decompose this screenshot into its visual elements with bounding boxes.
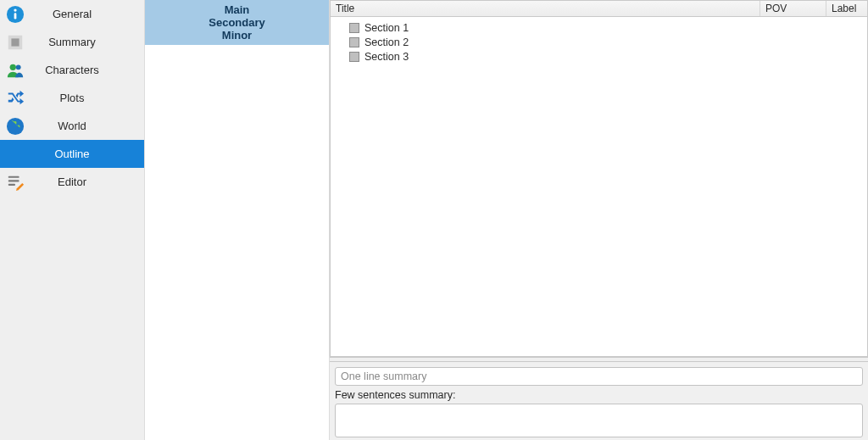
svg-point-7 — [7, 117, 24, 134]
tree-row-title: Section 1 — [364, 22, 409, 34]
document-icon — [349, 37, 359, 47]
main-area: Title POV Label Section 1 Section 2 Sect… — [330, 0, 868, 440]
category-secondary[interactable]: Secondary — [145, 16, 329, 29]
svg-point-5 — [10, 64, 16, 70]
sidebar-item-world[interactable]: World — [0, 112, 144, 140]
sidebar-item-label: Outline — [31, 148, 144, 160]
column-title[interactable]: Title — [331, 1, 760, 16]
globe-icon — [0, 117, 31, 136]
sidebar-item-label: Editor — [31, 175, 144, 188]
sidebar-item-editor[interactable]: Editor — [0, 168, 144, 196]
svg-rect-10 — [8, 183, 15, 185]
tree-row[interactable]: Section 2 — [331, 35, 867, 49]
category-group[interactable]: Main Secondary Minor — [145, 0, 329, 45]
document-icon — [349, 52, 359, 62]
few-sentences-label: Few sentences summary: — [335, 389, 863, 401]
sidebar-item-characters[interactable]: Characters — [0, 56, 144, 84]
summary-panel: Few sentences summary: — [330, 362, 868, 440]
sidebar: General Summary Characters Plots World — [0, 0, 145, 440]
sidebar-item-summary[interactable]: Summary — [0, 28, 144, 56]
categories-panel: Main Secondary Minor — [145, 0, 330, 440]
svg-rect-1 — [14, 13, 17, 19]
sidebar-item-outline[interactable]: Outline — [0, 140, 144, 168]
category-minor[interactable]: Minor — [145, 29, 329, 42]
info-icon — [0, 5, 31, 24]
sidebar-item-plots[interactable]: Plots — [0, 84, 144, 112]
one-line-summary-input[interactable] — [335, 367, 863, 386]
sidebar-item-label: World — [31, 120, 144, 132]
tree-header: Title POV Label — [331, 1, 867, 17]
column-label[interactable]: Label — [826, 1, 867, 16]
svg-point-2 — [14, 8, 16, 11]
sidebar-item-label: Characters — [31, 64, 144, 76]
document-icon — [349, 23, 359, 33]
tree-body[interactable]: Section 1 Section 2 Section 3 — [331, 17, 867, 356]
shuffle-icon — [0, 89, 31, 108]
people-icon — [0, 61, 31, 80]
sidebar-item-label: Summary — [31, 36, 144, 48]
svg-rect-9 — [8, 180, 19, 181]
editor-icon — [0, 173, 31, 192]
tree-row[interactable]: Section 3 — [331, 49, 867, 64]
summary-icon — [0, 33, 31, 52]
category-main[interactable]: Main — [145, 3, 329, 16]
svg-rect-4 — [11, 38, 19, 46]
svg-point-6 — [16, 64, 21, 70]
tree-row-title: Section 3 — [364, 51, 409, 63]
sidebar-item-label: Plots — [31, 92, 144, 104]
svg-rect-8 — [8, 175, 19, 177]
tree-row[interactable]: Section 1 — [331, 20, 867, 35]
sidebar-item-general[interactable]: General — [0, 0, 144, 28]
sidebar-item-label: General — [31, 8, 144, 20]
tree-row-title: Section 2 — [364, 36, 409, 48]
outline-tree: Title POV Label Section 1 Section 2 Sect… — [330, 0, 868, 357]
column-pov[interactable]: POV — [760, 1, 826, 16]
few-sentences-summary-textarea[interactable] — [335, 404, 863, 437]
